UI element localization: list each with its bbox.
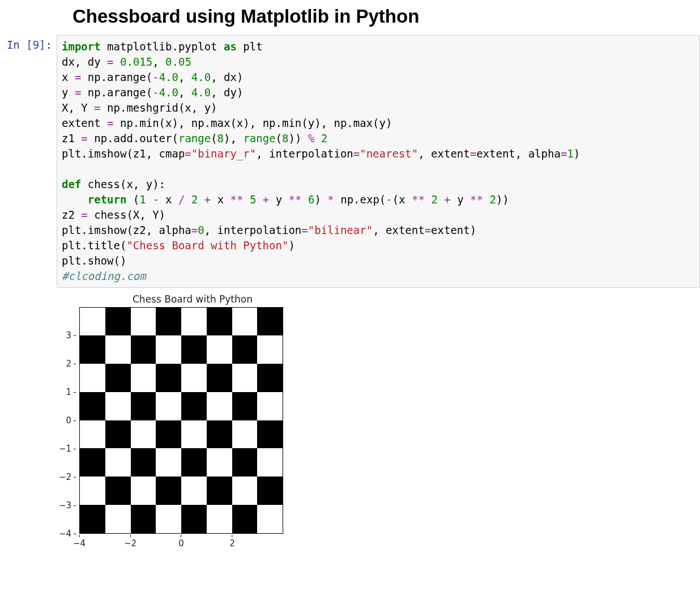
board-square [105, 392, 131, 420]
x-tick: −4 [73, 535, 86, 548]
board-square [105, 420, 131, 449]
code-cell[interactable]: In [9]: import matplotlib.pyplot as plt … [0, 35, 700, 288]
board-square [232, 335, 258, 364]
board-square [232, 364, 258, 392]
board-square [131, 420, 156, 449]
board-square [257, 420, 283, 449]
y-tick: 1 [66, 387, 76, 397]
board-square [207, 392, 232, 420]
board-square [257, 308, 283, 336]
board-square [105, 477, 131, 505]
board-square [181, 505, 207, 533]
board-square [232, 477, 258, 505]
board-square [156, 364, 181, 392]
board-square [131, 364, 156, 392]
board-square [105, 308, 131, 336]
board-square [80, 308, 105, 336]
board-square [181, 448, 207, 477]
x-tick: 2 [229, 535, 235, 548]
y-tick: 0 [66, 415, 76, 426]
notebook: Chessboard using Matplotlib in Python In… [0, 0, 700, 548]
board-square [181, 335, 207, 364]
board-square [257, 505, 283, 533]
board-square [105, 448, 131, 477]
board-square [207, 448, 232, 477]
markdown-cell: Chessboard using Matplotlib in Python [72, 0, 700, 35]
board-square [156, 420, 181, 449]
y-tick: −3 [59, 500, 76, 511]
board-square [131, 308, 156, 336]
chart-title: Chess Board with Python [57, 294, 306, 307]
page-title: Chessboard using Matplotlib in Python [72, 6, 700, 27]
board-square [80, 420, 105, 449]
board-square [80, 477, 105, 505]
board-square [181, 308, 207, 336]
x-axis: −4−202 [79, 534, 283, 548]
y-tick: −2 [59, 472, 76, 482]
board-square [207, 364, 232, 392]
board-square [105, 364, 131, 392]
plot-area [79, 307, 283, 534]
board-square [156, 392, 181, 420]
board-square [207, 477, 232, 505]
board-square [232, 448, 258, 477]
board-square [207, 308, 232, 336]
y-tick: 3 [66, 330, 76, 341]
board-square [105, 335, 131, 364]
input-prompt: In [9]: [0, 35, 57, 51]
y-axis: −4−3−2−10123 [57, 307, 79, 534]
board-square [181, 392, 207, 420]
board-square [131, 392, 156, 420]
board-square [181, 477, 207, 505]
output-cell: Chess Board with Python −4−3−2−10123 −4−… [57, 294, 700, 548]
board-square [257, 477, 283, 505]
board-square [156, 505, 181, 533]
y-tick: 2 [66, 359, 76, 369]
board-square [207, 420, 232, 449]
y-tick: −1 [59, 444, 76, 454]
board-square [80, 392, 105, 420]
board-square [156, 308, 181, 336]
board-square [207, 505, 232, 533]
board-square [156, 335, 181, 364]
matplotlib-figure: Chess Board with Python −4−3−2−10123 −4−… [57, 294, 306, 548]
board-square [181, 420, 207, 449]
board-square [156, 477, 181, 505]
code-input[interactable]: import matplotlib.pyplot as plt dx, dy =… [57, 35, 700, 288]
board-square [257, 392, 283, 420]
board-square [232, 420, 258, 449]
board-square [257, 448, 283, 477]
x-tick: 0 [178, 535, 184, 548]
board-square [257, 364, 283, 392]
board-square [80, 364, 105, 392]
board-square [232, 505, 258, 533]
board-square [80, 448, 105, 477]
board-square [80, 505, 105, 533]
board-square [80, 335, 105, 364]
board-square [207, 335, 232, 364]
board-square [156, 448, 181, 477]
chessboard [80, 308, 283, 533]
board-square [232, 308, 258, 336]
board-square [131, 505, 156, 533]
x-tick: −2 [124, 535, 136, 548]
board-square [131, 448, 156, 477]
board-square [232, 392, 258, 420]
board-square [131, 335, 156, 364]
board-square [181, 364, 207, 392]
board-square [131, 477, 156, 505]
board-square [105, 505, 131, 533]
board-square [257, 335, 283, 364]
